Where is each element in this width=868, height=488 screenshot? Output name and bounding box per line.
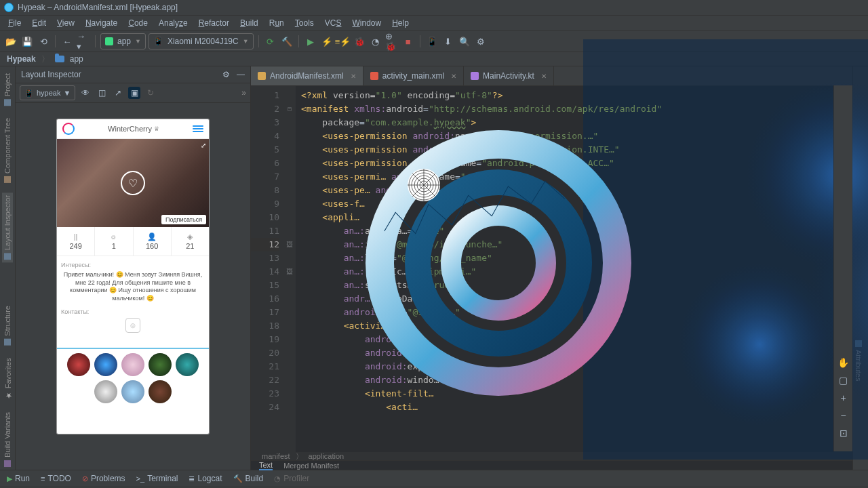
- hammer-icon[interactable]: 🔨: [280, 35, 294, 48]
- menu-analyze[interactable]: Analyze: [155, 17, 192, 29]
- tool-build[interactable]: 🔨Build: [233, 474, 264, 483]
- editor-area: AndroidManifest.xml✕ activity_main.xml✕ …: [251, 66, 852, 470]
- zoom-out-icon[interactable]: −: [837, 409, 850, 422]
- menu-tools[interactable]: Tools: [291, 17, 318, 29]
- expand-icon: ⤢: [201, 142, 206, 149]
- device-selector[interactable]: 📱 Xiaomi M2004J19C ▼: [149, 33, 254, 49]
- run-config-label: app: [117, 37, 131, 46]
- breadcrumb: manifest〉application: [251, 452, 852, 460]
- menu-view[interactable]: View: [53, 17, 79, 29]
- profile-username: WinterCherry♕: [108, 125, 159, 133]
- overlap-icon[interactable]: ◫: [96, 87, 108, 99]
- search-icon[interactable]: 🔍: [458, 35, 471, 48]
- tab-manifest[interactable]: AndroidManifest.xml✕: [251, 66, 363, 85]
- bottom-tool-bar: ▶Run ≡TODO ⊘Problems >_Terminal ≣Logcat …: [0, 470, 868, 487]
- app-logo-icon: [62, 123, 75, 135]
- bio-text: Привет мальчики! 😊 Меня зовут Зимняя Виш…: [61, 271, 205, 303]
- save-icon[interactable]: 💾: [20, 35, 34, 48]
- layout-inspector-panel: Layout Inspector ⚙— 📱hypeak▼ 👁 ◫ ↗ ▣ ↻ »…: [16, 66, 251, 470]
- process-selector[interactable]: 📱hypeak▼: [20, 85, 75, 100]
- tab-component-tree[interactable]: Component Tree: [2, 115, 13, 186]
- tab-build-variants[interactable]: Build Variants: [2, 409, 13, 470]
- device-label: Xiaomi M2004J19C: [167, 37, 239, 46]
- run-icon[interactable]: ▶: [304, 35, 317, 48]
- tab-attributes[interactable]: Attributes: [853, 338, 864, 384]
- close-icon[interactable]: ✕: [451, 73, 456, 80]
- folder-icon: [55, 56, 64, 62]
- phone-icon: 📱: [153, 37, 163, 46]
- hamburger-icon: [193, 125, 203, 132]
- menu-code[interactable]: Code: [124, 17, 152, 29]
- live-icon[interactable]: ▣: [128, 87, 140, 99]
- export-icon[interactable]: ↗: [112, 87, 124, 99]
- close-icon[interactable]: ✕: [351, 73, 356, 80]
- tab-favorites[interactable]: ★Favorites: [2, 355, 14, 403]
- gear-icon[interactable]: ⚙: [222, 70, 230, 79]
- stop-icon[interactable]: ■: [401, 35, 415, 48]
- attach-icon[interactable]: ⊕🐞: [385, 35, 399, 48]
- stats-row: ||249 ⌾1 👤160 ◈21: [57, 227, 209, 256]
- menu-refactor[interactable]: Refactor: [195, 17, 233, 29]
- window-title: Hypeak – AndroidManifest.xml [Hypeak.app…: [18, 3, 178, 12]
- source-code[interactable]: <?xml version="1.0" encoding="utf-8"?> <…: [296, 86, 852, 452]
- left-tool-strip: Project Component Tree Layout Inspector …: [0, 66, 16, 470]
- module-name[interactable]: app: [70, 54, 83, 64]
- tool-todo[interactable]: ≡TODO: [41, 474, 71, 483]
- rect-icon[interactable]: ▢: [837, 374, 850, 386]
- sync-icon[interactable]: ⟳: [264, 35, 277, 48]
- menu-bar: File Edit View Navigate Code Analyze Ref…: [0, 16, 868, 31]
- mode-merged[interactable]: Merged Manifest: [283, 462, 339, 470]
- title-bar: Hypeak – AndroidManifest.xml [Hypeak.app…: [0, 0, 868, 16]
- profile-icon[interactable]: ◔: [369, 35, 382, 48]
- fit-icon[interactable]: ⊡: [837, 427, 850, 439]
- mode-text[interactable]: Text: [259, 461, 273, 470]
- tab-structure[interactable]: Structure: [2, 303, 13, 348]
- code-editor[interactable]: 123456789101112131415161718192021222324 …: [251, 86, 852, 452]
- menu-help[interactable]: Help: [388, 17, 413, 29]
- profile-hero: ⤢ ♡ Подписаться: [57, 139, 209, 227]
- subscribe-button: Подписаться: [161, 215, 206, 224]
- avd-icon[interactable]: 📱: [425, 35, 439, 48]
- zoom-in-icon[interactable]: +: [837, 392, 850, 404]
- tool-profiler[interactable]: ◔Profiler: [274, 474, 309, 483]
- menu-edit[interactable]: Edit: [28, 17, 50, 29]
- settings-icon[interactable]: ⚙: [474, 35, 488, 48]
- reload-icon[interactable]: ↻: [144, 87, 157, 99]
- right-tool-strip: Attributes: [852, 66, 868, 470]
- close-icon[interactable]: ✕: [541, 73, 547, 80]
- apply-changes-icon[interactable]: ⚡: [320, 35, 334, 48]
- menu-vcs[interactable]: VCS: [321, 17, 346, 29]
- forward-icon[interactable]: → ▾: [77, 35, 90, 48]
- more-icon[interactable]: »: [241, 88, 246, 98]
- tab-layout-inspector[interactable]: Layout Inspector: [2, 192, 13, 262]
- open-icon[interactable]: 📂: [4, 35, 18, 48]
- menu-file[interactable]: File: [4, 17, 25, 29]
- tool-run[interactable]: ▶Run: [7, 474, 30, 483]
- tool-terminal[interactable]: >_Terminal: [136, 474, 178, 483]
- tab-project[interactable]: Project: [2, 70, 13, 108]
- tool-problems[interactable]: ⊘Problems: [82, 474, 125, 483]
- run-config-selector[interactable]: app ▼: [100, 33, 146, 49]
- inspector-title: Layout Inspector: [21, 70, 81, 79]
- refresh-icon[interactable]: ⟲: [37, 35, 50, 48]
- minimize-icon[interactable]: —: [237, 70, 245, 79]
- apply-code-icon[interactable]: ≡⚡: [336, 35, 350, 48]
- project-name[interactable]: Hypeak: [7, 54, 36, 64]
- pan-icon[interactable]: ✋: [837, 357, 850, 369]
- line-gutter: 123456789101112131415161718192021222324: [251, 86, 283, 452]
- menu-navigate[interactable]: Navigate: [81, 17, 121, 29]
- device-preview[interactable]: WinterCherry♕ ⤢ ♡ Подписаться ||249 ⌾1 👤…: [57, 119, 209, 434]
- debug-icon[interactable]: 🐞: [353, 35, 366, 48]
- menu-window[interactable]: Window: [348, 17, 385, 29]
- android-icon: [105, 37, 113, 45]
- tab-activity-main[interactable]: activity_main.xml✕: [363, 66, 464, 85]
- sdk-icon[interactable]: ⬇: [441, 35, 455, 48]
- tool-logcat[interactable]: ≣Logcat: [189, 474, 222, 483]
- menu-run[interactable]: Run: [265, 17, 288, 29]
- back-icon[interactable]: ←: [60, 35, 74, 48]
- app-icon: [4, 3, 14, 12]
- eye-icon[interactable]: 👁: [79, 87, 92, 99]
- tab-main-activity[interactable]: MainActivity.kt✕: [464, 66, 554, 85]
- preview-controls: ✋ ▢ + − ⊡: [833, 85, 852, 451]
- menu-build[interactable]: Build: [236, 17, 262, 29]
